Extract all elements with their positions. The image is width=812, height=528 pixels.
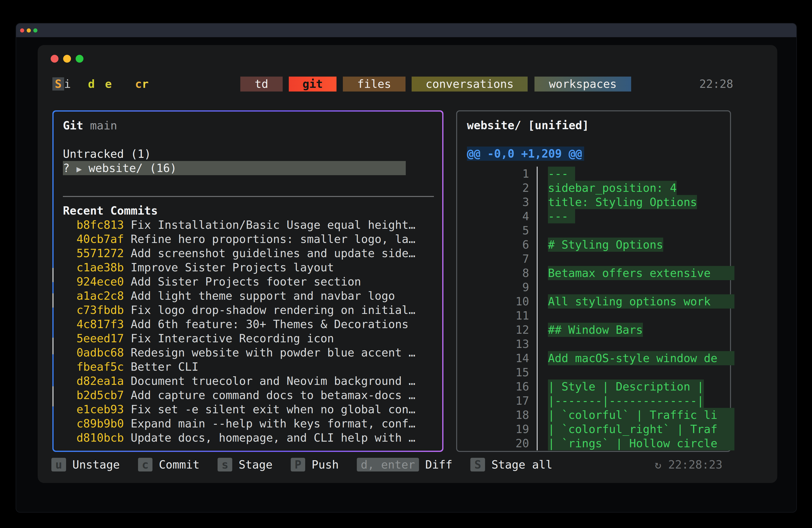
commit-message: Add capture command docs to betamax-docs… [131,388,415,402]
keybinding-commit[interactable]: cCommit [138,458,200,471]
commit-row[interactable]: c89b9b0 Expand main --help with keys for… [63,416,434,431]
tab-td[interactable]: td [240,77,282,91]
diff-line: 2sidebar_position: 4 [467,181,730,195]
diff-line: 16| Style | Description | [467,380,730,394]
commit-row[interactable]: d810bcb Update docs, homepage, and CLI h… [63,431,434,445]
line-number: 4 [467,209,529,223]
diff-line: 20| `rings` | Hollow circle [467,436,730,451]
key-chip: s [218,458,232,471]
commit-list: b8fc813 Fix Installation/Basic Usage equ… [63,218,434,445]
diff-line: 7 [467,252,730,266]
commit-hash: b2d5cb7 [63,388,131,402]
keybinding-push[interactable]: PPush [291,458,339,471]
diff-line: 1--- [467,167,730,181]
commit-row[interactable]: e1ceb93 Fix set -e silent exit when no g… [63,402,434,416]
commit-message: Improve Sister Projects layout [131,261,334,274]
commit-row[interactable]: c1ae38b Improve Sister Projects layout [63,260,434,275]
commit-hash: e1ceb93 [63,403,131,416]
terminal-close-icon[interactable] [50,55,58,63]
tab-files[interactable]: files [343,77,406,91]
scrollbar-mark[interactable] [53,386,54,406]
tab-git[interactable]: git [289,77,336,91]
keybinding-stage-all[interactable]: SStage all [470,458,552,471]
key-action-label: Stage all [491,458,552,471]
gutter-separator [529,380,538,394]
commit-row[interactable]: b2d5cb7 Add capture command docs to beta… [63,388,434,402]
diff-line: 14Add macOS-style window de [467,351,730,365]
commit-message: Better CLI [131,360,199,373]
keybinding-diff[interactable]: d, enterDiff [357,458,452,471]
untracked-item-website[interactable]: ? ▶ website/ (16) [63,161,406,175]
commit-row[interactable]: 5eeed17 Fix Interactive Recording icon [63,331,434,346]
commit-row[interactable]: 924ece0 Add Sister Projects footer secti… [63,275,434,289]
app-title-letter: S [53,77,64,90]
refresh-time: ↻ 22:28:23 [655,458,722,471]
diff-line-text: All styling options work [548,294,735,309]
commit-hash: d82ea1a [63,375,131,387]
key-action-label: Unstage [72,458,120,471]
commit-row[interactable]: 5571272 Add screenshot guidelines and up… [63,246,434,260]
gutter-separator [529,309,538,323]
diff-line-text: | Style | Description | [548,380,704,394]
diff-line-text: | `colorful_right` | Traf [548,422,735,436]
line-number: 19 [467,422,529,436]
terminal-minimize-icon[interactable] [63,55,71,63]
diff-line: 9 [467,280,730,294]
commit-message: Add light theme support and navbar logo [131,289,395,303]
app-title: Sidecr [53,77,148,91]
gutter-separator [529,294,538,309]
key-action-label: Commit [159,458,200,471]
gutter-separator [529,266,538,280]
commit-row[interactable]: 0adbc68 Redesign website with powder blu… [63,346,434,360]
tab-conversations[interactable]: conversations [411,77,527,91]
commit-row[interactable]: 40cb7af Refine hero proportions: smaller… [63,232,434,246]
outer-minimize-icon[interactable] [27,28,31,32]
tab-workspaces[interactable]: workspaces [535,77,631,91]
commit-row[interactable]: c73fbdb Fix logo drop-shadow rendering o… [63,303,434,317]
diff-line-text: # Styling Options [548,238,663,252]
outer-window: Sidecr tdgitfilesconversationsworkspaces… [16,23,797,513]
outer-zoom-icon[interactable] [33,28,38,32]
line-number: 5 [467,223,529,238]
scrollbar-mark[interactable] [53,293,54,308]
commit-message: Add screenshot guidelines and update sid… [131,247,415,260]
gutter-separator [529,337,538,351]
diff-line-text: Betamax offers extensive [548,266,735,280]
diff-line: 15 [467,365,730,380]
keybinding-stage[interactable]: sStage [218,458,272,471]
commit-hash: b8fc813 [63,218,131,232]
scrollbar-mark[interactable] [53,338,54,354]
outer-close-icon[interactable] [20,28,24,32]
scrollbar-mark[interactable] [53,268,54,282]
commit-message: Document truecolor and Neovim background… [131,375,415,387]
commit-row[interactable]: d82ea1a Document truecolor and Neovim ba… [63,374,434,388]
key-chip: d, enter [357,458,419,471]
key-action-label: Diff [425,458,452,471]
line-number: 7 [467,252,529,266]
key-chip: u [52,458,66,471]
diff-line: 8Betamax offers extensive [467,266,730,280]
keybinding-unstage[interactable]: uUnstage [52,458,120,471]
commit-row[interactable]: a1ac2c8 Add light theme support and navb… [63,289,434,303]
line-number: 12 [467,323,529,337]
commit-hash: a1ac2c8 [63,289,131,303]
diff-line: 12## Window Bars [467,323,730,337]
outer-titlebar [16,24,796,37]
app-title-letter: e [105,77,112,90]
line-number: 6 [467,238,529,252]
commit-hash: 5eeed17 [63,332,131,345]
gutter-separator [529,252,538,266]
commit-row[interactable]: fbeaf5c Better CLI [63,360,434,374]
diff-line: 6# Styling Options [467,238,730,252]
commit-row[interactable]: b8fc813 Fix Installation/Basic Usage equ… [63,218,434,232]
commit-row[interactable]: 4c817f3 Add 6th feature: 30+ Themes & De… [63,317,434,331]
diff-panel[interactable]: website/ [unified] @@ -0,0 +1,209 @@ 1--… [456,111,731,452]
terminal-zoom-icon[interactable] [76,55,84,63]
commit-hash: c1ae38b [63,261,131,274]
commit-hash: c89b9b0 [63,417,131,430]
commit-message: Redesign website with powder blue accent… [131,346,415,359]
diff-line-text: Add macOS-style window de [548,351,735,365]
diff-line-text: --- [548,209,575,223]
line-number: 16 [467,380,529,394]
line-number: 2 [467,181,529,195]
